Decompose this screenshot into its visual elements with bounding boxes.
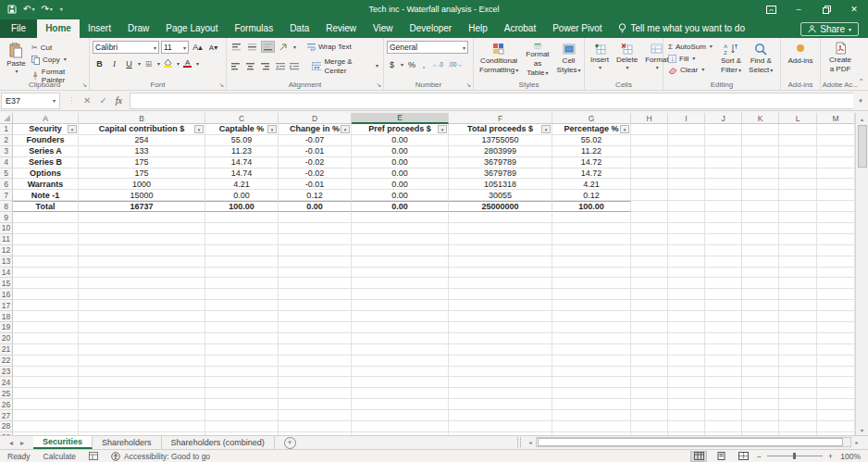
cell-L22[interactable] [779, 356, 817, 367]
cell-M27[interactable] [817, 410, 855, 421]
cell-M21[interactable] [817, 344, 855, 356]
restore-button[interactable] [812, 0, 840, 19]
expand-formula-bar-icon[interactable]: ▾ [853, 97, 868, 105]
cell-C5[interactable]: 14.74 [205, 169, 279, 180]
cell-H8[interactable] [631, 201, 668, 212]
cell-G1[interactable]: Percentage %▾ [552, 124, 631, 135]
cell-K7[interactable] [742, 190, 779, 201]
scroll-left-icon[interactable]: ◂ [525, 439, 536, 445]
cell-H26[interactable] [631, 399, 668, 410]
filter-dropdown-icon[interactable]: ▾ [267, 125, 277, 133]
underline-button[interactable]: U [122, 57, 136, 69]
cell-G6[interactable]: 4.21 [552, 179, 631, 190]
cell-F11[interactable] [449, 234, 552, 245]
cell-B5[interactable]: 175 [79, 169, 205, 180]
cancel-icon[interactable]: ✕ [83, 95, 91, 106]
cell-J13[interactable] [705, 256, 742, 268]
cell-K26[interactable] [742, 399, 779, 410]
cell-I6[interactable] [668, 179, 705, 190]
cell-B21[interactable] [79, 344, 205, 356]
cell-J19[interactable] [705, 322, 742, 333]
cell-H28[interactable] [631, 421, 668, 432]
cell-M12[interactable] [817, 245, 855, 256]
zoom-in-icon[interactable]: + [828, 452, 833, 461]
cell-E1[interactable]: Pref proceeds $▾ [352, 124, 449, 135]
cell-F1[interactable]: Total proceeds $▾ [449, 124, 552, 135]
cell-M24[interactable] [817, 377, 855, 388]
sheet-tab-shareholders[interactable]: Shareholders [93, 436, 162, 449]
cell-A1[interactable]: Security▾ [13, 124, 79, 135]
cell-F20[interactable] [449, 333, 552, 344]
row-header-12[interactable]: 12 [0, 245, 13, 256]
column-header-e[interactable]: E [352, 113, 449, 124]
cell-J17[interactable] [705, 300, 742, 311]
cell-A11[interactable] [13, 234, 79, 245]
underline-dropdown[interactable]: ▾ [138, 60, 141, 67]
cell-F14[interactable] [449, 268, 552, 279]
cell-M3[interactable] [817, 146, 855, 157]
cell-B3[interactable]: 133 [79, 146, 205, 157]
horizontal-scroll-thumb[interactable] [538, 438, 843, 446]
cell-D15[interactable] [279, 278, 352, 289]
cell-L7[interactable] [779, 190, 817, 201]
cell-G7[interactable]: 0.12 [552, 190, 631, 201]
number-dialog-launcher[interactable]: ↘ [465, 81, 471, 89]
cell-I26[interactable] [668, 399, 705, 410]
cell-D1[interactable]: Change in %▾ [279, 124, 352, 135]
formula-input[interactable] [130, 93, 853, 109]
cell-M16[interactable] [817, 289, 855, 300]
cell-I23[interactable] [668, 367, 705, 378]
cell-H5[interactable] [631, 169, 668, 180]
merge-center-button[interactable]: Merge & Center▾ [310, 56, 380, 76]
cell-C2[interactable]: 55.09 [205, 135, 279, 146]
cell-G25[interactable] [552, 388, 631, 399]
cell-F10[interactable] [449, 223, 552, 234]
cell-I15[interactable] [668, 278, 705, 289]
cell-M2[interactable] [817, 135, 855, 146]
cell-K18[interactable] [742, 311, 779, 322]
cell-A16[interactable] [13, 289, 79, 300]
column-header-i[interactable]: I [668, 113, 705, 124]
cell-J8[interactable] [705, 201, 742, 212]
cell-A7[interactable]: Note -1 [13, 190, 79, 201]
row-header-14[interactable]: 14 [0, 268, 13, 279]
cell-B17[interactable] [79, 300, 205, 311]
row-header-22[interactable]: 22 [0, 356, 13, 367]
cell-L26[interactable] [779, 399, 817, 410]
cell-D12[interactable] [279, 245, 352, 256]
cell-G14[interactable] [552, 268, 631, 279]
cell-C6[interactable]: 4.21 [205, 179, 279, 190]
cell-A25[interactable] [13, 388, 79, 399]
scroll-up-icon[interactable]: ▴ [856, 113, 868, 124]
increase-font-icon[interactable]: A▴ [191, 42, 205, 54]
cell-H19[interactable] [631, 322, 668, 333]
cell-G23[interactable] [552, 367, 631, 378]
cell-D4[interactable]: -0.02 [279, 157, 352, 169]
column-header-a[interactable]: A [13, 113, 79, 124]
cell-K25[interactable] [742, 388, 779, 399]
cell-G17[interactable] [552, 300, 631, 311]
cell-C11[interactable] [205, 234, 279, 245]
zoom-slider[interactable] [767, 456, 823, 456]
column-header-b[interactable]: B [79, 113, 205, 124]
cell-H27[interactable] [631, 410, 668, 421]
alignment-dialog-launcher[interactable]: ↘ [376, 81, 381, 89]
cell-F9[interactable] [449, 212, 552, 223]
ribbon-tab-review[interactable]: Review [317, 19, 365, 38]
row-header-24[interactable]: 24 [0, 377, 13, 388]
cell-G20[interactable] [552, 333, 631, 344]
paste-button[interactable]: Paste ▾ [3, 41, 30, 79]
cell-I2[interactable] [668, 135, 705, 146]
cell-A9[interactable] [13, 212, 79, 223]
cell-L28[interactable] [779, 421, 817, 432]
cell-E17[interactable] [352, 300, 449, 311]
cell-J10[interactable] [705, 223, 742, 234]
row-header-3[interactable]: 3 [0, 146, 13, 157]
select-all-corner[interactable] [0, 113, 13, 124]
cell-L27[interactable] [779, 410, 817, 421]
cell-M17[interactable] [817, 300, 855, 311]
cell-D28[interactable] [279, 421, 352, 432]
cell-E23[interactable] [352, 367, 449, 378]
cell-C24[interactable] [205, 377, 279, 388]
cell-K28[interactable] [742, 421, 779, 432]
